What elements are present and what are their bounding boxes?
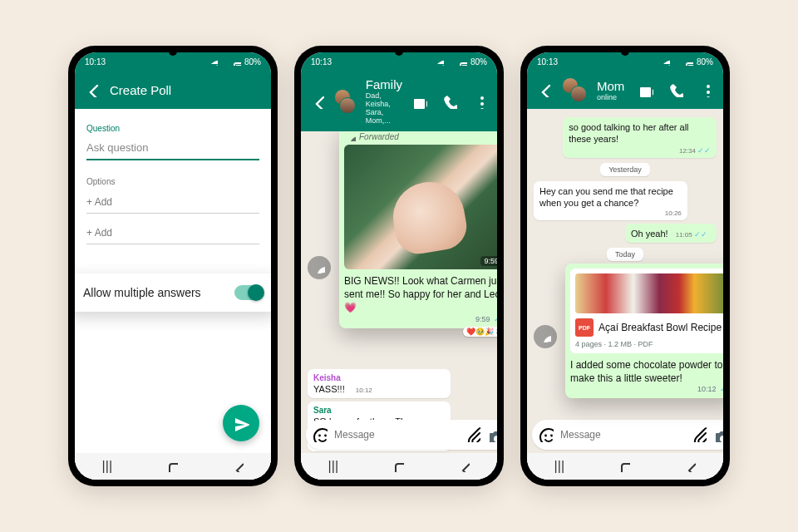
back-icon[interactable]: [311, 94, 324, 109]
status-time: 10:13: [311, 57, 332, 66]
read-ticks-icon: ✓✓: [694, 230, 707, 239]
battery-pct: 80%: [697, 57, 713, 66]
message-time: 11:05: [676, 231, 692, 239]
add-option-2[interactable]: + Add: [86, 222, 259, 244]
read-ticks-icon: ✓✓: [720, 385, 723, 393]
send-icon: [233, 415, 249, 431]
message-input[interactable]: [334, 429, 459, 441]
message-bubble[interactable]: so good talking to her after all these y…: [563, 117, 717, 158]
heart-emoji: 💗: [344, 302, 357, 313]
chat-title[interactable]: Family: [366, 77, 402, 91]
message-bubble[interactable]: Hey can you send me that recipe when you…: [534, 181, 687, 221]
date-separator: Yesterday: [600, 163, 650, 176]
message-text: YASS!!!: [313, 384, 345, 394]
emoji-icon[interactable]: [313, 427, 328, 442]
message-text: so good talking to her after all these y…: [569, 121, 711, 145]
phone-mom-chat: 10:13 80% Mom online: [520, 46, 730, 486]
recents-button[interactable]: |||: [554, 459, 564, 474]
nav-back-button[interactable]: [232, 461, 244, 472]
reactions-badge[interactable]: ❤️🥹🎉 3: [463, 327, 497, 337]
message-text: Oh yeah!: [631, 229, 668, 239]
battery-icon: [233, 57, 241, 66]
appbar: Family Dad, Keisha, Sara, Mom,...: [301, 71, 497, 131]
forward-button[interactable]: [308, 256, 331, 279]
signal-icon: [447, 57, 456, 66]
video-call-icon[interactable]: [638, 82, 653, 97]
message-input-field[interactable]: [306, 420, 497, 450]
add-option-1[interactable]: + Add: [86, 191, 259, 214]
options-label: Options: [86, 177, 259, 186]
ring-photo[interactable]: 9:59: [344, 145, 497, 269]
more-icon[interactable]: [472, 94, 487, 109]
input-bar: [532, 420, 718, 450]
home-button[interactable]: [618, 461, 630, 472]
chat-participants: Dad, Keisha, Sara, Mom,...: [366, 91, 402, 125]
sender-name: Keisha: [313, 373, 445, 382]
wifi-icon: [436, 57, 444, 66]
allow-multiple-toggle[interactable]: [234, 285, 263, 300]
emoji-icon[interactable]: [539, 427, 554, 442]
nav-back-button[interactable]: [684, 461, 696, 472]
voice-call-icon[interactable]: [442, 94, 457, 109]
android-navbar: |||: [301, 453, 497, 480]
send-poll-button[interactable]: [223, 405, 259, 441]
video-call-icon[interactable]: [412, 94, 427, 109]
document-title: Açaí Breakfast Bowl Recipe: [598, 322, 722, 333]
forward-icon: [539, 331, 551, 342]
phone-family-chat: 10:13 80% Family Dad, Keisha, Sara, Mom,…: [294, 46, 504, 486]
signal-icon: [673, 57, 682, 66]
more-icon[interactable]: [698, 82, 713, 97]
presence-label: online: [597, 93, 628, 101]
question-label: Question: [86, 124, 259, 133]
document-meta: 4 pages · 1.2 MB · PDF: [575, 340, 723, 348]
wifi-icon: [662, 57, 670, 66]
group-avatar[interactable]: [334, 89, 356, 114]
attach-icon[interactable]: [692, 427, 707, 442]
message-time: 10:12: [697, 385, 717, 393]
forward-button[interactable]: [534, 325, 557, 348]
big-news-text: BIG NEWS!! Look what Carmen just sent me…: [344, 275, 497, 300]
question-input[interactable]: [86, 136, 259, 160]
message-time: 12:34: [679, 147, 696, 155]
contact-avatar[interactable]: [562, 77, 587, 102]
message-text: Hey can you send me that recipe when you…: [539, 185, 682, 209]
forward-icon: [313, 262, 325, 273]
svg-rect-10: [396, 464, 404, 472]
message-bubble[interactable]: Oh yeah! 11:05✓✓: [625, 224, 717, 243]
svg-rect-9: [170, 464, 178, 472]
status-time: 10:13: [537, 57, 558, 66]
allow-multiple-label: Allow multiple answers: [83, 286, 201, 299]
sender-name: Sara: [313, 406, 445, 415]
recents-button[interactable]: |||: [328, 459, 338, 474]
nav-back-button[interactable]: [458, 461, 470, 472]
message-input[interactable]: [560, 429, 685, 441]
forwarded-message[interactable]: Forwarded 9:59 BIG NEWS!! Look what Carm…: [339, 131, 497, 328]
message-text: I added some chocolate powder to make th…: [570, 358, 723, 385]
document-card[interactable]: PDF Açaí Breakfast Bowl Recipe 4 pages ·…: [570, 268, 723, 353]
camera-icon[interactable]: [713, 427, 723, 442]
chat-title[interactable]: Mom: [597, 79, 628, 93]
back-icon[interactable]: [85, 82, 100, 97]
allow-multiple-card: Allow multiple answers: [75, 273, 271, 312]
input-bar: [306, 420, 492, 450]
svg-rect-11: [622, 464, 630, 472]
message-input-field[interactable]: [532, 420, 723, 450]
wifi-icon: [209, 57, 218, 66]
voice-call-icon[interactable]: [668, 82, 683, 97]
pdf-icon: PDF: [575, 318, 594, 337]
recents-button[interactable]: |||: [102, 459, 112, 474]
android-navbar: |||: [527, 453, 723, 480]
back-icon[interactable]: [537, 82, 552, 97]
home-button[interactable]: [166, 461, 178, 472]
home-button[interactable]: [392, 461, 404, 472]
document-message[interactable]: PDF Açaí Breakfast Bowl Recipe 4 pages ·…: [565, 264, 723, 398]
camera-icon[interactable]: [487, 427, 497, 442]
attach-icon[interactable]: [466, 427, 480, 442]
read-ticks-icon: ✓✓: [697, 146, 711, 155]
read-ticks-icon: ✓✓: [494, 315, 497, 323]
date-separator: Today: [607, 248, 643, 261]
message-bubble[interactable]: Keisha YASS!!! 10:12: [308, 369, 451, 398]
message-time: 10:12: [356, 387, 372, 394]
appbar: Mom online: [527, 71, 723, 109]
android-navbar: |||: [75, 453, 271, 480]
